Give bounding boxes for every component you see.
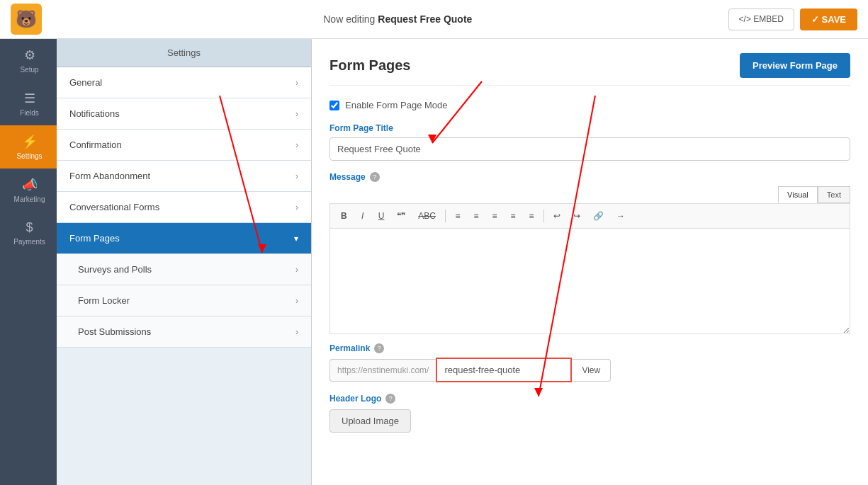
sidebar-item-payments[interactable]: $ Payments xyxy=(0,212,57,254)
form-locker-label: Form Locker xyxy=(78,295,130,306)
editor-quote-button[interactable]: ❝❞ xyxy=(392,208,410,224)
section-title: Form Pages xyxy=(329,57,410,74)
conversational-forms-label: Conversational Forms xyxy=(69,202,159,212)
sidebar-item-general[interactable]: General › xyxy=(57,67,311,98)
editor-tab-bar: Visual Text xyxy=(329,186,850,203)
sidebar-item-notifications[interactable]: Notifications › xyxy=(57,98,311,130)
editor-underline-button[interactable]: U xyxy=(373,208,390,224)
post-submissions-label: Post Submissions xyxy=(78,326,151,337)
tab-text[interactable]: Text xyxy=(818,186,850,203)
upload-image-button[interactable]: Upload Image xyxy=(329,409,411,433)
sidebar-item-post-submissions[interactable]: Post Submissions › xyxy=(57,316,311,348)
main-content: Form Pages Preview Form Page Enable Form… xyxy=(312,39,868,485)
chevron-right-icon: › xyxy=(295,202,298,212)
chevron-right-icon: › xyxy=(295,296,298,306)
notifications-label: Notifications xyxy=(69,108,120,119)
header-logo-row: Header Logo ? xyxy=(329,394,850,404)
editor-toolbar: B I U ❝❞ ABC ≡ ≡ ≡ ≡ ≡ ↩ ↪ 🔗 → xyxy=(329,203,850,228)
permalink-base: https://enstinemuki.com/ xyxy=(329,359,436,382)
sidebar-item-settings-label: Settings xyxy=(16,152,42,160)
logo-area: 🐻 xyxy=(11,4,67,35)
message-help-icon[interactable]: ? xyxy=(370,172,380,182)
chevron-right-icon: › xyxy=(295,265,298,275)
chevron-right-icon: › xyxy=(295,78,298,88)
sidebar-item-form-locker[interactable]: Form Locker › xyxy=(57,285,311,316)
sidebar-item-settings[interactable]: ⚡ Settings xyxy=(0,125,57,169)
chevron-right-icon: › xyxy=(295,140,298,150)
general-label: General xyxy=(69,77,102,88)
preview-form-page-button[interactable]: Preview Form Page xyxy=(740,53,850,78)
setup-icon: ⚙ xyxy=(24,47,35,63)
enable-form-page-row: Enable Form Page Mode xyxy=(329,96,850,110)
form-page-title-input[interactable] xyxy=(329,137,850,161)
message-label: Message xyxy=(329,172,366,182)
top-bar: 🐻 Now editing Request Free Quote </> EMB… xyxy=(0,0,868,39)
editor-divider-2 xyxy=(543,210,544,222)
chevron-right-icon: › xyxy=(295,171,298,181)
save-button[interactable]: ✓ SAVE xyxy=(800,8,857,30)
header-logo-help-icon[interactable]: ? xyxy=(385,394,395,404)
editor-undo-button[interactable]: ↩ xyxy=(548,208,565,224)
sidebar-item-fields-label: Fields xyxy=(20,109,39,117)
payments-icon: $ xyxy=(26,220,33,235)
tab-visual[interactable]: Visual xyxy=(778,186,818,203)
top-actions: </> EMBED ✓ SAVE xyxy=(728,8,857,30)
chevron-right-icon: › xyxy=(295,109,298,119)
sidebar-item-fields[interactable]: ☰ Fields xyxy=(0,82,57,125)
permalink-label: Permalink xyxy=(329,343,370,353)
message-editor[interactable] xyxy=(329,228,850,334)
sidebar-item-confirmation[interactable]: Confirmation › xyxy=(57,130,311,161)
editor-redo-button[interactable]: ↪ xyxy=(568,208,585,224)
view-permalink-button[interactable]: View xyxy=(572,359,611,382)
editor-ol-button[interactable]: ≡ xyxy=(468,208,484,224)
main-layout: ⚙ Setup ☰ Fields ⚡ Settings 📣 Marketing … xyxy=(0,39,868,485)
form-abandonment-label: Form Abandonment xyxy=(69,171,150,181)
sidebar-icons: ⚙ Setup ☰ Fields ⚡ Settings 📣 Marketing … xyxy=(0,39,57,485)
permalink-input-row: https://enstinemuki.com/ View xyxy=(329,358,850,382)
fields-icon: ☰ xyxy=(24,91,35,106)
editor-divider-1 xyxy=(445,210,446,222)
settings-sidebar: Settings General › Notifications › Confi… xyxy=(57,39,312,485)
editor-align-center-button[interactable]: ≡ xyxy=(505,208,521,224)
permalink-help-icon[interactable]: ? xyxy=(374,343,384,353)
editor-align-left-button[interactable]: ≡ xyxy=(487,208,502,224)
header-logo-label: Header Logo xyxy=(329,394,381,404)
editor-ul-button[interactable]: ≡ xyxy=(450,208,466,224)
section-header: Form Pages Preview Form Page xyxy=(329,53,850,86)
editor-link-button[interactable]: 🔗 xyxy=(588,208,609,224)
form-page-title-label: Form Page Title xyxy=(329,123,850,133)
editing-prefix: Now editing xyxy=(323,13,375,25)
enable-form-page-label[interactable]: Enable Form Page Mode xyxy=(345,100,448,110)
enable-form-page-checkbox[interactable] xyxy=(329,101,339,110)
embed-button[interactable]: </> EMBED xyxy=(728,8,794,30)
permalink-slug-input[interactable] xyxy=(436,358,572,382)
confirmation-label: Confirmation xyxy=(69,139,122,150)
sidebar-item-surveys-polls[interactable]: Surveys and Polls › xyxy=(57,254,311,285)
editor-bold-button[interactable]: B xyxy=(336,208,352,224)
sidebar-item-payments-label: Payments xyxy=(13,238,45,246)
message-row: Message ? xyxy=(329,172,850,182)
editor-strikethrough-button[interactable]: ABC xyxy=(413,208,441,224)
editor-more-button[interactable]: → xyxy=(611,208,630,224)
chevron-down-icon: ▾ xyxy=(294,234,298,244)
settings-sidebar-title: Settings xyxy=(57,39,311,67)
logo-bear-icon: 🐻 xyxy=(11,4,42,35)
marketing-icon: 📣 xyxy=(22,177,38,193)
form-name: Request Free Quote xyxy=(378,13,472,25)
chevron-right-icon: › xyxy=(295,327,298,337)
sidebar-item-marketing[interactable]: 📣 Marketing xyxy=(0,169,57,212)
sidebar-item-setup[interactable]: ⚙ Setup xyxy=(0,39,57,82)
settings-icon: ⚡ xyxy=(22,134,38,149)
sidebar-item-form-abandonment[interactable]: Form Abandonment › xyxy=(57,161,311,192)
permalink-row: Permalink ? xyxy=(329,343,850,353)
sidebar-item-marketing-label: Marketing xyxy=(14,195,45,203)
top-title: Now editing Request Free Quote xyxy=(74,13,721,25)
sidebar-item-form-pages[interactable]: Form Pages ▾ xyxy=(57,223,311,254)
editor-align-right-button[interactable]: ≡ xyxy=(524,208,539,224)
surveys-polls-label: Surveys and Polls xyxy=(78,264,152,275)
sidebar-item-setup-label: Setup xyxy=(20,66,38,74)
sidebar-item-conversational-forms[interactable]: Conversational Forms › xyxy=(57,192,311,223)
form-pages-label: Form Pages xyxy=(69,233,120,244)
editor-italic-button[interactable]: I xyxy=(355,208,371,224)
